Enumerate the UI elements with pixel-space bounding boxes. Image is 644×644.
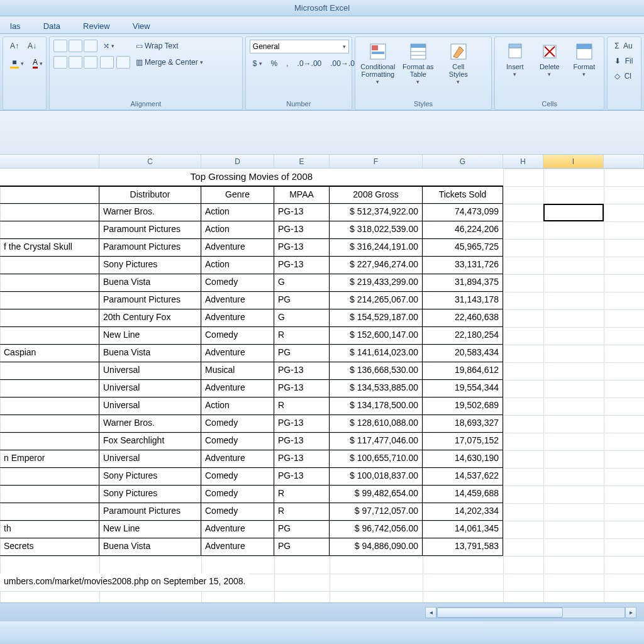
cell[interactable]: Adventure	[201, 380, 274, 397]
cell[interactable]: 20th Century Fox	[99, 309, 201, 327]
col-header-g[interactable]: G	[423, 155, 503, 168]
cell[interactable]: 46,224,206	[423, 221, 503, 239]
cell[interactable]: R	[274, 327, 330, 345]
insert-button[interactable]: Insert▾	[499, 40, 531, 87]
cell[interactable]: New Line	[99, 521, 201, 538]
cell[interactable]: $ 318,022,539.00	[330, 221, 423, 239]
cell[interactable]: 14,537,622	[423, 468, 503, 486]
align-center-button[interactable]	[69, 56, 82, 69]
cell[interactable]: PG	[274, 521, 330, 538]
cell[interactable]: $ 227,946,274.00	[330, 257, 423, 274]
cell[interactable]: Adventure	[201, 292, 274, 309]
cell[interactable]: $ 96,742,056.00	[330, 521, 423, 538]
cell[interactable]	[0, 274, 99, 292]
horizontal-scrollbar[interactable]	[436, 607, 625, 618]
fill-color-button[interactable]: ■ ▾	[7, 56, 27, 70]
active-cell[interactable]	[543, 204, 604, 221]
cell[interactable]: PG	[274, 538, 330, 556]
cell[interactable]: $ 128,610,088.00	[330, 415, 423, 433]
cell[interactable]: G	[274, 309, 330, 327]
worksheet-grid[interactable]: Top Grossing Movies of 2008 Distributor …	[0, 169, 644, 602]
cell[interactable]: Secrets	[0, 538, 99, 556]
cell[interactable]: Paramount Pictures	[99, 503, 201, 521]
cell[interactable]: 19,554,344	[423, 380, 503, 397]
cell[interactable]: f the Crystal Skull	[0, 239, 99, 257]
cell[interactable]: Buena Vista	[99, 538, 201, 556]
cell[interactable]: $ 100,018,837.00	[330, 468, 423, 486]
cell[interactable]: PG-13	[274, 204, 330, 221]
scrollbar-thumb[interactable]	[437, 608, 563, 618]
cell[interactable]: $ 136,668,530.00	[330, 362, 423, 380]
cell[interactable]: $ 134,533,885.00	[330, 380, 423, 397]
align-middle-button[interactable]	[69, 40, 82, 52]
cell[interactable]: Comedy	[201, 468, 274, 486]
cell[interactable]: Universal	[99, 362, 201, 380]
font-color-button[interactable]: A▾	[30, 56, 46, 70]
cell[interactable]: Universal	[99, 380, 201, 397]
cell[interactable]: 14,061,345	[423, 521, 503, 538]
decrease-indent-button[interactable]	[100, 56, 114, 69]
align-left-button[interactable]	[53, 56, 67, 69]
cell[interactable]: PG-13	[274, 380, 330, 397]
cell[interactable]: 17,075,152	[423, 433, 503, 450]
col-header-i[interactable]: I	[543, 155, 604, 168]
cell[interactable]: R	[274, 486, 330, 503]
cell[interactable]: $ 141,614,023.00	[330, 345, 423, 362]
cell[interactable]: n Emperor	[0, 450, 99, 468]
cell[interactable]	[0, 309, 99, 327]
cell[interactable]: PG-13	[274, 450, 330, 468]
delete-button[interactable]: Delete▾	[533, 40, 565, 87]
cell[interactable]: Fox Searchlight	[99, 433, 201, 450]
col-header-d[interactable]: D	[201, 155, 274, 168]
cell[interactable]	[0, 362, 99, 380]
cell[interactable]: 74,473,099	[423, 204, 503, 221]
cell[interactable]	[0, 204, 99, 221]
cell[interactable]	[0, 327, 99, 345]
tab-review[interactable]: Review	[80, 19, 113, 33]
cell[interactable]: 14,630,190	[423, 450, 503, 468]
cell[interactable]: Adventure	[201, 239, 274, 257]
cell[interactable]: R	[274, 397, 330, 415]
cell[interactable]: 13,791,583	[423, 538, 503, 556]
cell[interactable]: Adventure	[201, 538, 274, 556]
cell[interactable]: Action	[201, 204, 274, 221]
cell[interactable]: $ 117,477,046.00	[330, 433, 423, 450]
cell[interactable]: $ 97,712,057.00	[330, 503, 423, 521]
cell[interactable]: Adventure	[201, 450, 274, 468]
cell[interactable]: Musical	[201, 362, 274, 380]
cell[interactable]: Paramount Pictures	[99, 239, 201, 257]
cell[interactable]: $ 316,244,191.00	[330, 239, 423, 257]
cell[interactable]: $ 94,886,090.00	[330, 538, 423, 556]
cell[interactable]: Buena Vista	[99, 345, 201, 362]
cell[interactable]: Sony Pictures	[99, 468, 201, 486]
cell[interactable]: PG-13	[274, 362, 330, 380]
col-header-h[interactable]: H	[503, 155, 543, 168]
cell[interactable]	[0, 415, 99, 433]
cell[interactable]: th	[0, 521, 99, 538]
wrap-text-button[interactable]: ▭ Wrap Text	[133, 40, 206, 52]
scroll-left-button[interactable]: ◂	[425, 607, 436, 618]
cell[interactable]: PG-13	[274, 221, 330, 239]
cell[interactable]: Comedy	[201, 415, 274, 433]
cell[interactable]: 18,693,327	[423, 415, 503, 433]
cell[interactable]: 19,502,689	[423, 397, 503, 415]
cell[interactable]: PG	[274, 345, 330, 362]
cell[interactable]	[0, 292, 99, 309]
cell[interactable]	[0, 257, 99, 274]
cell[interactable]	[0, 221, 99, 239]
cell[interactable]	[0, 380, 99, 397]
number-format-dropdown[interactable]: General▾	[250, 40, 349, 53]
increase-indent-button[interactable]	[116, 56, 130, 69]
cell[interactable]: Action	[201, 221, 274, 239]
cell[interactable]: $ 214,265,067.00	[330, 292, 423, 309]
align-bottom-button[interactable]	[84, 40, 97, 52]
cell[interactable]: 33,131,726	[423, 257, 503, 274]
cell[interactable]: Paramount Pictures	[99, 292, 201, 309]
shrink-font-button[interactable]: A↓	[25, 40, 40, 52]
decrease-decimal-button[interactable]: .00→.0	[327, 57, 358, 70]
cell[interactable]: $ 134,178,500.00	[330, 397, 423, 415]
align-right-button[interactable]	[84, 56, 97, 69]
cell[interactable]: Paramount Pictures	[99, 221, 201, 239]
cell[interactable]: 45,965,725	[423, 239, 503, 257]
cell[interactable]: PG-13	[274, 433, 330, 450]
